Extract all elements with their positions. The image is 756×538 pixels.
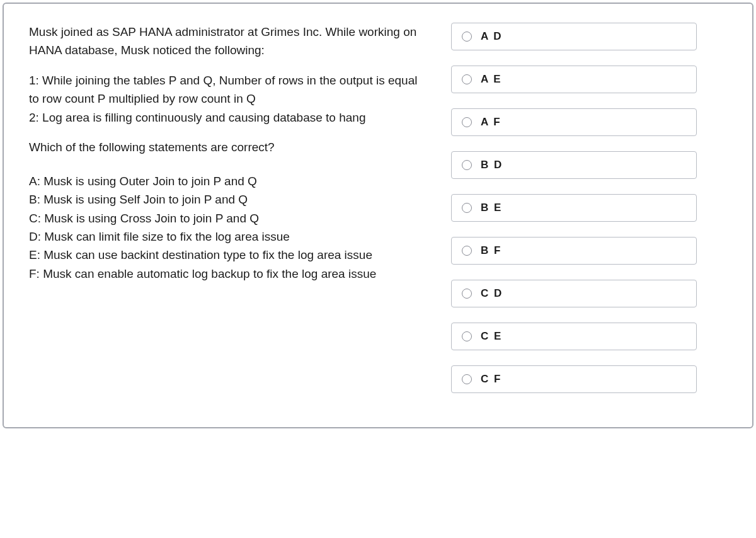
radio-icon (462, 203, 472, 213)
radio-icon (462, 160, 472, 170)
observation-2: 2: Log area is filling continuously and … (29, 108, 420, 127)
radio-icon (462, 246, 472, 256)
radio-icon (462, 31, 472, 42)
answer-option-bf[interactable]: B F (451, 237, 697, 265)
answer-option-bd[interactable]: B D (451, 151, 697, 179)
observation-1: 1: While joining the tables P and Q, Num… (29, 71, 420, 108)
answer-label: B E (481, 202, 502, 214)
answer-label: A D (481, 30, 503, 43)
answer-label: B F (481, 244, 501, 257)
question-observations: 1: While joining the tables P and Q, Num… (29, 71, 420, 127)
answer-label: C D (481, 287, 503, 300)
question-prompt: Which of the following statements are co… (29, 138, 420, 156)
answers-column: A D A E A F B D B E B F C D C E (451, 23, 697, 408)
radio-icon (462, 374, 472, 384)
answer-label: C F (481, 373, 501, 386)
radio-icon (462, 74, 472, 84)
radio-icon (462, 289, 472, 299)
option-d: D: Musk can limit file size to fix the l… (29, 227, 420, 246)
question-container: Musk joined as SAP HANA administrator at… (3, 3, 753, 428)
answer-label: A E (481, 73, 502, 86)
question-column: Musk joined as SAP HANA administrator at… (29, 23, 420, 408)
answer-option-ad[interactable]: A D (451, 23, 697, 50)
answer-option-cf[interactable]: C F (451, 365, 697, 393)
answer-label: A F (481, 116, 501, 129)
option-f: F: Musk can enable automatic log backup … (29, 265, 420, 283)
answer-label: C E (481, 330, 502, 343)
option-a: A: Musk is using Outer Join to join P an… (29, 172, 420, 190)
answer-option-cd[interactable]: C D (451, 280, 697, 307)
answer-option-af[interactable]: A F (451, 108, 697, 136)
radio-icon (462, 117, 472, 127)
option-c: C: Musk is using Cross Join to join P an… (29, 209, 420, 227)
answer-option-be[interactable]: B E (451, 194, 697, 222)
option-e: E: Musk can use backint destination type… (29, 246, 420, 264)
question-options-list: A: Musk is using Outer Join to join P an… (29, 172, 420, 283)
option-b: B: Musk is using Self Join to join P and… (29, 190, 420, 209)
question-intro: Musk joined as SAP HANA administrator at… (29, 23, 420, 60)
answer-option-ae[interactable]: A E (451, 66, 697, 93)
radio-icon (462, 331, 472, 341)
answer-option-ce[interactable]: C E (451, 323, 697, 350)
answer-label: B D (481, 159, 503, 171)
